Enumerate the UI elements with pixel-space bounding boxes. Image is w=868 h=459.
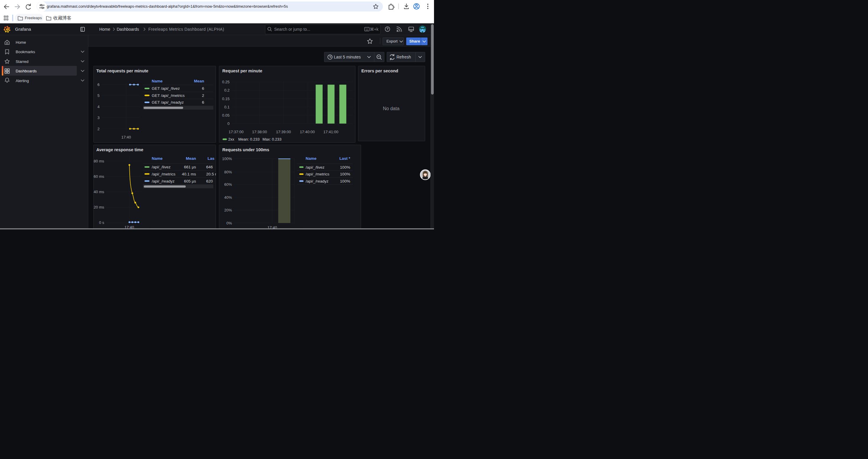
svg-text:6: 6 bbox=[202, 86, 204, 91]
svg-text:17:39:00: 17:39:00 bbox=[276, 130, 291, 134]
svg-text:20%: 20% bbox=[224, 208, 231, 212]
svg-text:5: 5 bbox=[97, 93, 99, 98]
svg-text:20.5 r: 20.5 r bbox=[206, 172, 216, 176]
svg-text:605 µs: 605 µs bbox=[184, 179, 196, 184]
svg-text:100%: 100% bbox=[340, 165, 350, 169]
svg-text:Mean: Mean bbox=[194, 79, 204, 83]
svg-text:/api/_/livez: /api/_/livez bbox=[152, 165, 171, 169]
svg-text:0: 0 bbox=[227, 121, 229, 126]
svg-text:2: 2 bbox=[97, 127, 99, 131]
svg-text:0%: 0% bbox=[226, 221, 232, 225]
svg-text:60%: 60% bbox=[224, 182, 231, 187]
svg-text:646: 646 bbox=[206, 165, 213, 169]
svg-text:2xx: 2xx bbox=[228, 137, 234, 141]
svg-text:Name: Name bbox=[152, 79, 163, 83]
svg-text:40 ms: 40 ms bbox=[94, 190, 104, 194]
svg-text:620: 620 bbox=[206, 179, 213, 184]
svg-text:GET /api/_/metrics: GET /api/_/metrics bbox=[152, 93, 185, 98]
svg-text:Last *: Last * bbox=[339, 156, 350, 161]
svg-text:0.15: 0.15 bbox=[222, 97, 229, 101]
svg-text:20 ms: 20 ms bbox=[94, 205, 104, 209]
svg-text:0.2: 0.2 bbox=[224, 88, 229, 93]
svg-text:GET /api/_/readyz: GET /api/_/readyz bbox=[152, 100, 184, 104]
svg-text:80 ms: 80 ms bbox=[94, 159, 104, 163]
svg-text:Las: Las bbox=[208, 156, 215, 161]
svg-text:100%: 100% bbox=[340, 172, 350, 176]
svg-text:/api/_/metrics: /api/_/metrics bbox=[152, 172, 176, 176]
svg-text:Name: Name bbox=[152, 156, 163, 161]
svg-text:0 s: 0 s bbox=[99, 220, 104, 225]
svg-text:/api/_/livez: /api/_/livez bbox=[306, 165, 324, 169]
svg-text:17:40:00: 17:40:00 bbox=[300, 130, 315, 134]
svg-text:2: 2 bbox=[202, 93, 204, 98]
svg-text:Max: 0.233: Max: 0.233 bbox=[262, 137, 281, 141]
svg-text:0.25: 0.25 bbox=[222, 80, 229, 84]
svg-text:0.1: 0.1 bbox=[224, 105, 229, 109]
svg-text:Name: Name bbox=[306, 156, 316, 161]
svg-text:?: ? bbox=[386, 27, 389, 31]
svg-text:17:41:00: 17:41:00 bbox=[323, 130, 338, 134]
svg-text:0.05: 0.05 bbox=[222, 113, 229, 118]
svg-text:40.1 ms: 40.1 ms bbox=[182, 172, 196, 176]
svg-text:Mean: 0.233: Mean: 0.233 bbox=[238, 137, 259, 141]
svg-text:GET /api/_/livez: GET /api/_/livez bbox=[152, 86, 180, 91]
svg-text:17:37:00: 17:37:00 bbox=[228, 130, 243, 134]
svg-text:6: 6 bbox=[97, 83, 99, 87]
svg-text:80%: 80% bbox=[224, 169, 231, 174]
svg-text:100%: 100% bbox=[222, 157, 232, 161]
svg-text:4: 4 bbox=[97, 104, 99, 109]
svg-text:40%: 40% bbox=[224, 195, 231, 199]
svg-text:661 µs: 661 µs bbox=[184, 165, 196, 169]
svg-text:6: 6 bbox=[202, 100, 204, 104]
svg-text:3: 3 bbox=[97, 116, 99, 120]
svg-text:/api/_/readyz: /api/_/readyz bbox=[152, 179, 175, 184]
svg-text:60 ms: 60 ms bbox=[94, 174, 104, 179]
svg-text:/api/_/metrics: /api/_/metrics bbox=[306, 172, 330, 176]
svg-text:17:38:00: 17:38:00 bbox=[252, 130, 267, 134]
svg-text:17:40: 17:40 bbox=[121, 135, 131, 139]
svg-text:100%: 100% bbox=[340, 179, 350, 183]
svg-text:/api/_/readyz: /api/_/readyz bbox=[306, 179, 329, 183]
svg-text:Mean: Mean bbox=[186, 156, 196, 161]
